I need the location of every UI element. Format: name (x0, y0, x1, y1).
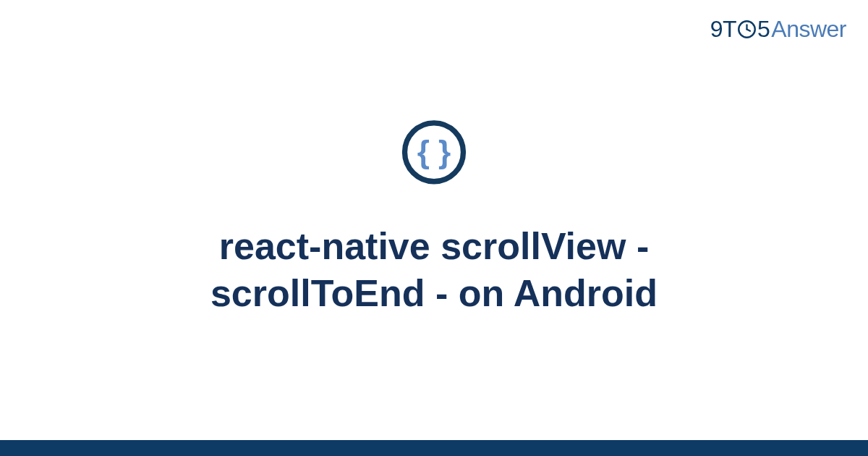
braces-icon: { } (401, 119, 467, 188)
logo-text-9t: 9T (710, 16, 736, 43)
page-title: react-native scrollView - scrollToEnd - … (109, 223, 760, 317)
logo-text-answer: Answer (771, 16, 846, 43)
footer-bar (0, 440, 868, 456)
main-content: { } react-native scrollView - scrollToEn… (0, 119, 868, 317)
svg-text:{ }: { } (417, 134, 451, 169)
site-logo[interactable]: 9T 5 Answer (710, 16, 846, 43)
logo-text-5: 5 (757, 16, 770, 43)
clock-icon (737, 20, 757, 39)
svg-line-2 (747, 30, 751, 31)
